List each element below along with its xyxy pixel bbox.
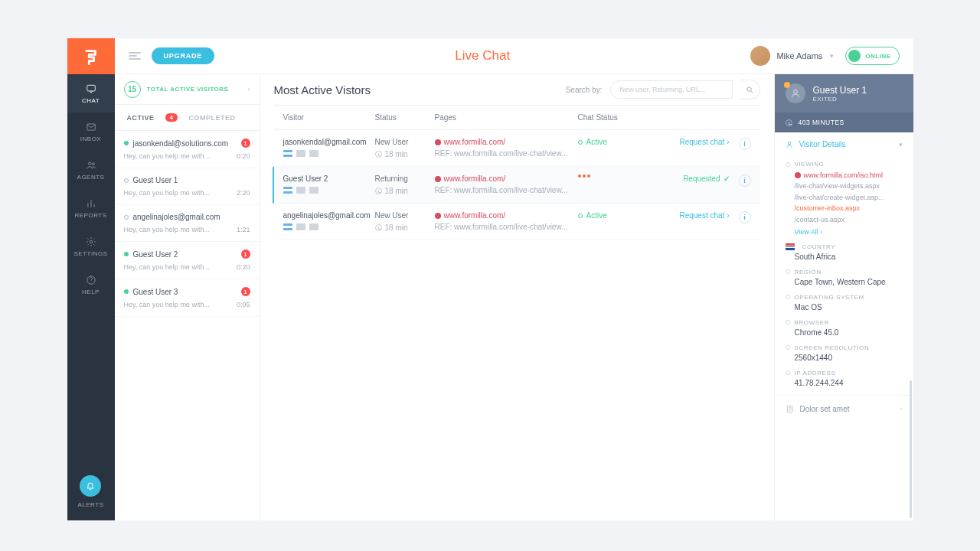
table-row[interactable]: angelinajoles@gmail.comNew User18 minwww… <box>274 204 760 240</box>
visitor-meta-icons <box>283 150 375 157</box>
help-icon <box>86 275 96 285</box>
chevron-right-icon: › <box>247 85 250 93</box>
conv-preview: Hey, can you help me with... <box>124 263 232 271</box>
nav-inbox[interactable]: INBOX <box>67 112 115 151</box>
conv-preview: Hey, can you help me with... <box>124 152 232 160</box>
info-icon[interactable]: i <box>739 138 751 150</box>
nav-alerts[interactable]: ALERTS <box>78 475 104 520</box>
nav-help[interactable]: HELP <box>67 266 115 304</box>
viewing-url[interactable]: /customer-inbox.aspx <box>786 203 903 214</box>
field-value: 41.78.244.244 <box>786 379 903 387</box>
tab-active-count: 4 <box>165 113 178 122</box>
conversation-item[interactable]: jasonkendal@solutions.com1Hey, can you h… <box>115 131 260 168</box>
visitor-url[interactable]: www.formilla.com/ <box>435 174 578 183</box>
field-label: BROWSER <box>786 319 903 326</box>
total-active-visitors[interactable]: 15 TOTAL ACTIVE VISITORS › <box>115 74 260 105</box>
search: Search by: <box>566 80 760 99</box>
visitor-name: angelinajoles@gmail.com <box>283 211 375 220</box>
presence-dot-icon <box>124 178 129 183</box>
logo-icon <box>83 48 100 65</box>
conv-tabs: ACTIVE 4 COMPLETED <box>115 105 260 131</box>
details-time: 403 MINUTES <box>775 112 913 132</box>
details-status: EXITED <box>813 96 867 103</box>
details-section-header[interactable]: Visitor Details ▾ <box>786 140 903 148</box>
nav-chat[interactable]: CHAT <box>67 74 115 112</box>
chevron-right-icon: › <box>900 405 903 412</box>
conversation-item[interactable]: Guest User 31Hey, can you help me with..… <box>115 279 260 317</box>
chat-icon <box>86 83 96 94</box>
visitor-time: 18 min <box>375 187 435 195</box>
field-label: SCREEN RESOLUTION <box>786 344 903 351</box>
table-header: Visitor Status Pages Chat Status <box>274 106 760 130</box>
conversation-item[interactable]: Guest User 1Hey, can you help me with...… <box>115 168 260 205</box>
table-row[interactable]: jasonkendal@gmail.comNew User18 minwww.f… <box>274 130 760 167</box>
conversation-list: 15 TOTAL ACTIVE VISITORS › ACTIVE 4 COMP… <box>115 74 260 520</box>
tab-completed[interactable]: COMPLETED <box>188 114 235 122</box>
settings-icon <box>86 236 96 247</box>
visitor-url[interactable]: www.formilla.com/ <box>435 138 578 146</box>
viewing-url[interactable]: /contact-us.aspx <box>786 214 903 225</box>
main-area: UPGRADE Live Chat Mike Adams ▼ ONLINE 15… <box>115 38 913 520</box>
visitor-details-panel: Guest User 1 EXITED 403 MINUTES Visitor … <box>774 74 913 520</box>
view-all-link[interactable]: View All › <box>786 228 903 236</box>
request-chat-link[interactable]: Request chat › <box>662 211 730 220</box>
search-input[interactable] <box>610 80 733 99</box>
visitor-ref: REF: www.formilla.com/live-chat/view... <box>435 186 573 194</box>
visitor-url[interactable]: www.formilla.com/ <box>435 211 578 220</box>
search-button[interactable] <box>740 80 760 99</box>
viewing-url[interactable]: /live-chat/view-widgets.aspx <box>786 181 903 191</box>
details-bottom-section[interactable]: Dolor set amet › <box>775 396 913 422</box>
document-icon <box>786 405 794 413</box>
status-pill[interactable]: ONLINE <box>845 47 899 65</box>
body: 15 TOTAL ACTIVE VISITORS › ACTIVE 4 COMP… <box>115 74 913 520</box>
table-row[interactable]: Guest User 2Returning18 minwww.formilla.… <box>273 167 760 204</box>
menu-toggle-icon[interactable] <box>129 52 141 60</box>
presence-dot-icon <box>124 289 129 294</box>
avatar <box>750 46 770 66</box>
nav-agents[interactable]: AGENTS <box>67 151 115 189</box>
bell-icon <box>80 475 101 497</box>
visitor-ref: REF: www.formilla.com/live-chat/view... <box>435 149 573 158</box>
presence-dot-icon <box>124 141 129 145</box>
flag-icon <box>283 150 292 157</box>
nav-settings[interactable]: SETTINGS <box>67 227 115 266</box>
app-logo[interactable] <box>67 38 115 74</box>
status-label: ONLINE <box>865 53 890 60</box>
nav-label: CHAT <box>82 97 100 104</box>
viewing-url[interactable]: /live-chat/create-widget.asp... <box>786 192 903 203</box>
nav-label: HELP <box>82 289 100 295</box>
svg-point-4 <box>90 240 93 243</box>
conv-time: 0:20 <box>237 263 250 271</box>
requested-label: Requested ✓ <box>662 174 730 183</box>
visitor-status: New User <box>375 138 435 146</box>
typing-indicator-icon <box>578 174 662 178</box>
scrollbar[interactable] <box>910 380 912 518</box>
search-label: Search by: <box>566 86 603 94</box>
field-label: COUNTRY <box>786 243 903 250</box>
conversation-item[interactable]: angelinajoles@gmail.comHey, can you help… <box>115 205 260 242</box>
browser-icon <box>309 187 318 194</box>
request-chat-link[interactable]: Request chat › <box>662 138 730 146</box>
svg-point-7 <box>793 90 797 93</box>
visitor-ref: REF: www.formilla.com/live-chat/view... <box>435 223 573 231</box>
conv-name: jasonkendal@solutions.com <box>133 139 229 148</box>
clock-icon <box>375 187 382 194</box>
conv-name: Guest User 2 <box>133 250 178 259</box>
info-icon[interactable]: i <box>739 211 751 223</box>
conv-time: 0:05 <box>237 301 250 308</box>
viewing-url[interactable]: www.formilla.com/iso.html <box>786 170 903 181</box>
visitors-table: Visitor Status Pages Chat Status jasonke… <box>274 105 760 240</box>
nav-label: SETTINGS <box>74 250 107 257</box>
nav-reports[interactable]: REPORTS <box>67 189 115 227</box>
upgrade-button[interactable]: UPGRADE <box>152 47 215 64</box>
conversation-item[interactable]: Guest User 21Hey, can you help me with..… <box>115 242 260 279</box>
info-icon[interactable]: i <box>739 174 751 187</box>
search-icon <box>746 86 754 94</box>
details-duration: 403 MINUTES <box>799 119 844 126</box>
tab-active[interactable]: ACTIVE <box>127 114 155 122</box>
user-icon <box>786 141 793 148</box>
unread-badge: 1 <box>241 249 250 259</box>
user-menu[interactable]: Mike Adams ▼ <box>750 46 835 66</box>
svg-rect-1 <box>87 123 95 129</box>
conv-time: 1:21 <box>237 226 250 233</box>
